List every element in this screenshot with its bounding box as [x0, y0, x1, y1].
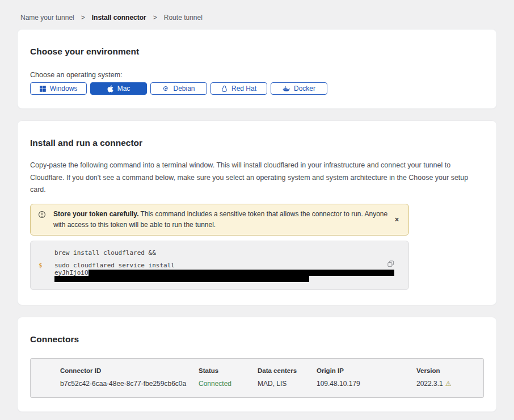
os-button-label: Windows	[50, 85, 78, 93]
breadcrumb-step-route-tunnel[interactable]: Route tunnel	[164, 14, 203, 22]
status-badge: Connected	[199, 380, 258, 388]
command-line-2-text: sudo cloudflared service install	[54, 262, 175, 270]
os-button-label: Docker	[294, 85, 315, 93]
os-button-windows[interactable]: Windows	[30, 82, 87, 95]
table-row: b7c52c42-6caa-48ee-8c77-fbe259cb6c0a Con…	[31, 380, 483, 388]
cell-version: 2022.3.1⚠	[416, 380, 477, 388]
choose-environment-card: Choose your environment Choose an operat…	[18, 30, 496, 108]
os-button-group: Windows Mac Debian Red Hat	[30, 82, 484, 95]
table-header-status: Status	[199, 367, 258, 374]
token-line-1: eyJhIjoiO	[54, 270, 386, 276]
close-icon[interactable]: ×	[393, 215, 401, 225]
install-command-block: brew install cloudflared && $ sudo cloud…	[30, 241, 409, 290]
windows-icon	[40, 86, 46, 92]
table-header-data-centers: Data centers	[258, 367, 317, 374]
token-line-2	[54, 276, 386, 282]
table-header-version: Version	[416, 367, 477, 374]
cell-connector-id: b7c52c42-6caa-48ee-8c77-fbe259cb6c0a	[60, 380, 199, 388]
install-connector-card: Install and run a connector Copy-paste t…	[18, 121, 496, 305]
os-button-redhat[interactable]: Red Hat	[210, 82, 267, 95]
os-select-label: Choose an operating system:	[30, 71, 484, 79]
tunnel-setup-page: Name your tunnel > Install connector > R…	[0, 0, 514, 420]
install-description: Copy-paste the following command into a …	[30, 159, 484, 196]
banner-text: Store your token carefully. This command…	[53, 210, 387, 229]
copy-icon[interactable]	[386, 259, 395, 270]
redacted-token-bar	[54, 276, 309, 282]
redacted-token-bar	[89, 270, 394, 276]
cell-data-centers: MAD, LIS	[258, 380, 317, 388]
token-warning-banner: Store your token carefully. This command…	[30, 204, 409, 236]
apple-icon	[107, 85, 113, 93]
breadcrumb-separator: >	[81, 14, 85, 22]
docker-icon	[283, 86, 290, 92]
version-value: 2022.3.1	[416, 380, 443, 388]
table-header-connector-id: Connector ID	[60, 367, 199, 374]
cell-origin-ip: 109.48.10.179	[317, 380, 416, 388]
os-button-mac[interactable]: Mac	[90, 82, 147, 95]
card-title: Choose your environment	[30, 47, 484, 57]
connectors-table: Connector ID Status Data centers Origin …	[30, 358, 484, 398]
breadcrumb-separator: >	[153, 14, 157, 22]
os-button-label: Debian	[173, 85, 195, 93]
card-title: Connectors	[30, 334, 484, 345]
breadcrumb: Name your tunnel > Install connector > R…	[18, 0, 496, 30]
command-line-2: $ sudo cloudflared service install	[39, 262, 386, 270]
shell-prompt: $	[39, 262, 54, 270]
breadcrumb-step-install-connector[interactable]: Install connector	[92, 14, 146, 22]
command-line-1: brew install cloudflared &&	[54, 249, 386, 257]
os-button-label: Mac	[117, 85, 130, 93]
os-button-docker[interactable]: Docker	[271, 82, 327, 95]
banner-text-bold: Store your token carefully.	[53, 210, 139, 218]
table-header-row: Connector ID Status Data centers Origin …	[31, 367, 483, 374]
os-button-label: Red Hat	[231, 85, 256, 93]
os-button-debian[interactable]: Debian	[150, 82, 207, 95]
breadcrumb-step-name-your-tunnel[interactable]: Name your tunnel	[20, 14, 74, 22]
debian-icon	[162, 85, 169, 92]
card-title: Install and run a connector	[30, 138, 484, 148]
version-warning-icon: ⚠	[445, 380, 452, 388]
info-icon	[38, 211, 46, 222]
table-header-origin-ip: Origin IP	[317, 367, 416, 374]
connectors-card: Connectors Connector ID Status Data cent…	[18, 317, 496, 411]
redhat-icon	[221, 85, 227, 93]
